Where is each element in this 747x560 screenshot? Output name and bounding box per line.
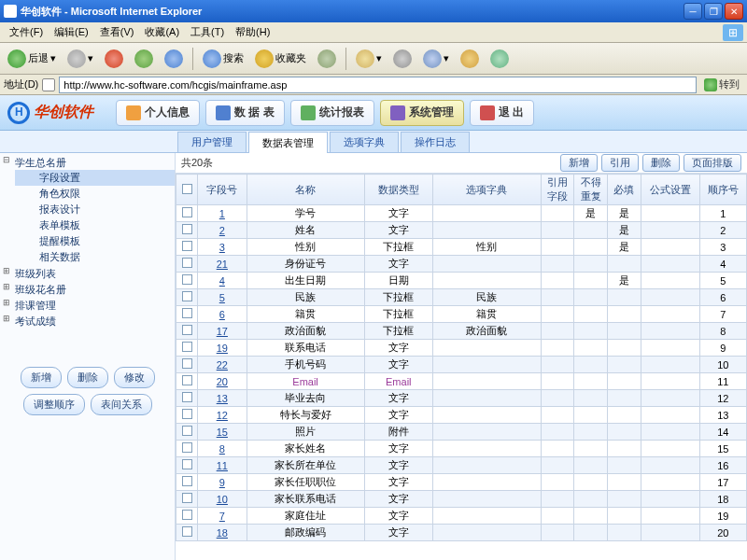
favorites-button[interactable]: 收藏夹	[251, 48, 310, 70]
nav-data[interactable]: 数 据 表	[205, 100, 285, 126]
col-dict[interactable]: 选项字典	[433, 175, 541, 205]
field-no-link[interactable]: 19	[217, 343, 228, 354]
field-no-link[interactable]: 15	[217, 427, 228, 438]
forward-button[interactable]: ▾	[63, 48, 97, 70]
edit-button[interactable]: ▾	[419, 48, 453, 70]
subtab-log[interactable]: 操作日志	[401, 132, 470, 152]
nav-personal[interactable]: 个人信息	[116, 100, 200, 126]
row-checkbox[interactable]	[182, 442, 192, 453]
row-checkbox[interactable]	[182, 258, 192, 268]
row-checkbox[interactable]	[182, 342, 192, 352]
action-add[interactable]: 新增	[560, 154, 598, 172]
field-no-link[interactable]: 20	[217, 376, 228, 387]
messenger-button[interactable]	[486, 48, 513, 70]
col-reffield[interactable]: 引用 字段	[541, 175, 574, 205]
subtab-user[interactable]: 用户管理	[177, 132, 247, 152]
action-sort[interactable]: 页面排版	[684, 154, 741, 172]
col-name[interactable]: 名称	[247, 175, 364, 205]
col-chk[interactable]	[176, 175, 198, 205]
row-checkbox[interactable]	[182, 375, 192, 385]
tree-child[interactable]: 表单模板	[15, 217, 175, 233]
tree-root[interactable]: 学生总名册 字段设置角色权限报表设计表单模板提醒模板相关数据	[0, 155, 175, 266]
field-no-link[interactable]: 4	[219, 275, 225, 287]
col-order[interactable]: 顺序号	[699, 175, 746, 205]
row-checkbox[interactable]	[182, 358, 192, 369]
menu-help[interactable]: 帮助(H)	[230, 23, 275, 41]
stop-button[interactable]	[101, 48, 127, 70]
field-no-link[interactable]: 10	[217, 494, 228, 505]
side-mod-button[interactable]: 修改	[114, 367, 155, 388]
row-checkbox[interactable]	[182, 426, 192, 436]
row-checkbox[interactable]	[182, 476, 192, 486]
row-checkbox[interactable]	[182, 325, 192, 335]
row-checkbox[interactable]	[182, 526, 192, 537]
field-no-link[interactable]: 7	[219, 511, 225, 522]
row-checkbox[interactable]	[182, 510, 192, 520]
refresh-button[interactable]	[131, 48, 157, 70]
field-no-link[interactable]: 1	[219, 208, 225, 219]
tree-child[interactable]: 报表设计	[15, 202, 175, 217]
close-button[interactable]: ✕	[725, 3, 743, 20]
row-checkbox[interactable]	[182, 241, 192, 251]
discuss-button[interactable]	[457, 48, 483, 70]
field-no-link[interactable]: 21	[217, 259, 228, 270]
back-button[interactable]: 后退 ▾	[4, 48, 60, 70]
row-checkbox[interactable]	[182, 224, 192, 234]
history-button[interactable]	[314, 48, 340, 70]
mail-button[interactable]: ▾	[352, 48, 386, 70]
field-no-link[interactable]: 6	[219, 309, 225, 320]
field-no-link[interactable]: 22	[217, 359, 228, 371]
menu-view[interactable]: 查看(V)	[94, 23, 140, 41]
field-no-link[interactable]: 12	[217, 410, 228, 421]
table-scroll[interactable]: 字段号名称数据类型选项字典引用 字段不得 重复必填公式设置顺序号 1学号文字是是…	[176, 174, 747, 560]
menu-file[interactable]: 文件(F)	[4, 23, 49, 41]
tree-sibling[interactable]: 班级列表	[0, 266, 175, 282]
col-formula[interactable]: 公式设置	[641, 175, 699, 205]
home-button[interactable]	[161, 48, 187, 70]
nav-exit[interactable]: 退 出	[470, 100, 534, 126]
row-checkbox[interactable]	[182, 459, 192, 469]
print-button[interactable]	[389, 48, 416, 70]
field-no-link[interactable]: 9	[219, 477, 225, 488]
side-rel-button[interactable]: 表间关系	[91, 394, 152, 415]
nav-system[interactable]: 系统管理	[380, 100, 464, 126]
row-checkbox[interactable]	[182, 274, 192, 285]
side-del-button[interactable]: 删除	[67, 367, 108, 388]
menu-edit[interactable]: 编辑(E)	[49, 23, 94, 41]
tree-child[interactable]: 相关数据	[15, 249, 175, 265]
col-fieldno[interactable]: 字段号	[198, 175, 247, 205]
menu-tools[interactable]: 工具(T)	[185, 23, 230, 41]
col-required[interactable]: 必填	[607, 175, 641, 205]
subtab-dict[interactable]: 选项字典	[330, 132, 399, 152]
field-no-link[interactable]: 2	[219, 225, 225, 236]
tree-sibling[interactable]: 排课管理	[0, 298, 175, 314]
side-order-button[interactable]: 调整顺序	[23, 394, 85, 415]
checkbox-all[interactable]	[182, 184, 192, 194]
tree-child[interactable]: 字段设置	[15, 170, 175, 186]
field-no-link[interactable]: 11	[217, 460, 228, 471]
field-no-link[interactable]: 3	[219, 242, 225, 253]
col-dtype[interactable]: 数据类型	[364, 175, 432, 205]
row-checkbox[interactable]	[182, 493, 192, 503]
address-input[interactable]	[59, 77, 697, 93]
tree-sibling[interactable]: 班级花名册	[0, 282, 175, 298]
go-button[interactable]: 转到	[700, 77, 743, 91]
col-norepeat[interactable]: 不得 重复	[574, 175, 608, 205]
field-no-link[interactable]: 8	[219, 443, 225, 455]
action-del[interactable]: 删除	[642, 154, 680, 172]
row-checkbox[interactable]	[182, 207, 192, 217]
tree-child[interactable]: 提醒模板	[15, 233, 175, 249]
search-button[interactable]: 搜索	[199, 48, 247, 70]
tree-sibling[interactable]: 考试成绩	[0, 314, 175, 329]
field-no-link[interactable]: 18	[217, 527, 228, 539]
row-checkbox[interactable]	[182, 409, 192, 419]
maximize-button[interactable]: ❐	[704, 3, 723, 20]
tree-child[interactable]: 角色权限	[15, 186, 175, 202]
menu-favorites[interactable]: 收藏(A)	[139, 23, 185, 41]
action-ref[interactable]: 引用	[601, 154, 639, 172]
subtab-table[interactable]: 数据表管理	[248, 132, 328, 153]
row-checkbox[interactable]	[182, 308, 192, 318]
field-no-link[interactable]: 5	[219, 292, 225, 303]
row-checkbox[interactable]	[182, 291, 192, 301]
nav-stats[interactable]: 统计报表	[290, 100, 374, 126]
